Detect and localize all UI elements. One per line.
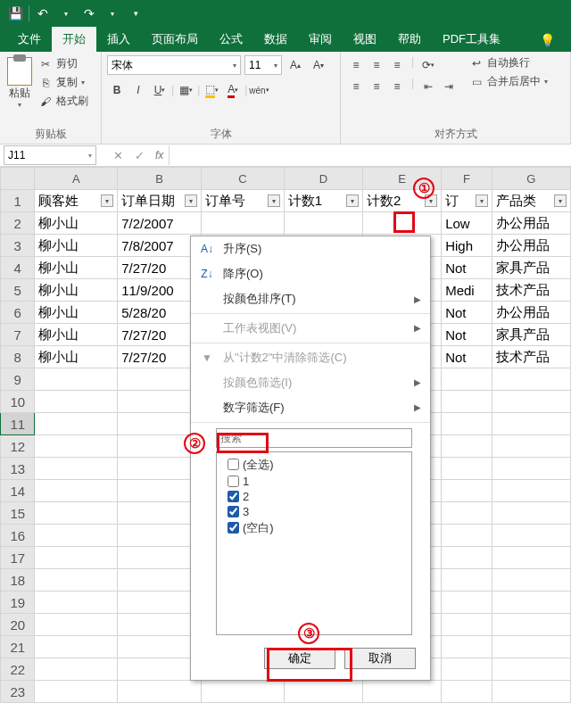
filter-button[interactable]: ▾ <box>346 194 359 207</box>
check-row-2[interactable]: 2 <box>220 489 408 504</box>
filter-button[interactable]: ▾ <box>268 194 280 207</box>
undo-more-icon[interactable]: ▾ <box>54 2 78 25</box>
cell[interactable]: 11/9/200 <box>118 279 202 302</box>
cell[interactable]: Not <box>442 324 492 346</box>
border-button[interactable]: ▦▾ <box>176 80 195 100</box>
row-header[interactable]: 19 <box>1 592 35 614</box>
tab-insert[interactable]: 插入 <box>96 27 141 52</box>
row-header[interactable]: 23 <box>1 681 35 703</box>
filter-button[interactable]: ▾ <box>476 194 488 207</box>
row-header[interactable]: 11 <box>1 413 35 435</box>
tab-review[interactable]: 审阅 <box>298 27 343 52</box>
check-row-1[interactable]: 1 <box>220 474 408 489</box>
check-all-row[interactable]: (全选) <box>220 456 408 474</box>
cell[interactable]: Medi <box>442 279 492 302</box>
merge-button[interactable]: ▭合并后居中▾ <box>469 74 548 89</box>
cell[interactable]: 订▾ <box>442 190 492 212</box>
sort-asc-item[interactable]: A↓升序(S) <box>191 236 430 261</box>
tab-data[interactable]: 数据 <box>253 27 298 52</box>
checkbox[interactable] <box>228 506 239 517</box>
align-top-button[interactable]: ≡ <box>346 55 366 75</box>
cell[interactable]: Not <box>442 346 492 368</box>
shrink-font-button[interactable]: A▾ <box>309 55 328 75</box>
italic-button[interactable]: I <box>128 80 148 100</box>
cell[interactable]: 7/27/20 <box>118 346 202 368</box>
tab-pdf[interactable]: PDF工具集 <box>432 27 511 52</box>
grow-font-button[interactable]: A▴ <box>286 55 305 75</box>
cell[interactable]: 5/28/20 <box>118 302 202 324</box>
align-left-button[interactable]: ≡ <box>346 77 366 96</box>
tell-me-icon[interactable]: 💡 <box>531 29 564 52</box>
cell[interactable]: 技术产品 <box>492 279 570 302</box>
redo-icon[interactable]: ↷ <box>78 2 101 25</box>
phonetic-button[interactable]: wén▾ <box>249 80 269 100</box>
cell[interactable]: 办公用品 <box>492 235 570 257</box>
row-header[interactable]: 10 <box>1 391 35 413</box>
cell[interactable]: 7/27/20 <box>118 324 202 346</box>
save-icon[interactable]: 💾 <box>4 2 27 25</box>
cell[interactable]: 柳小山 <box>35 257 118 279</box>
font-color-button[interactable]: A▾ <box>223 80 243 100</box>
row-header[interactable]: 7 <box>1 324 35 346</box>
undo-icon[interactable]: ↶ <box>31 2 54 25</box>
cancel-button[interactable]: 取消 <box>344 648 416 669</box>
orientation-button[interactable]: ⟳▾ <box>418 55 438 75</box>
row-header[interactable]: 3 <box>1 235 35 257</box>
checkbox[interactable] <box>228 491 239 502</box>
row-header[interactable]: 21 <box>1 636 35 658</box>
bold-button[interactable]: B <box>107 80 127 100</box>
row-header[interactable]: 8 <box>1 346 35 368</box>
cell[interactable]: 7/2/2007 <box>118 212 202 235</box>
cell[interactable]: 家具产品 <box>492 324 570 346</box>
sort-color-item[interactable]: 按颜色排序(T)▶ <box>191 286 430 311</box>
col-header-C[interactable]: C <box>202 168 285 190</box>
filter-button[interactable]: ▾ <box>101 194 113 207</box>
filter-button[interactable]: ▾ <box>185 194 197 207</box>
cell[interactable]: 柳小山 <box>35 324 118 346</box>
tab-view[interactable]: 视图 <box>343 27 387 52</box>
indent-dec-button[interactable]: ⇤ <box>418 77 438 96</box>
cut-button[interactable]: ✂剪切 <box>37 55 89 72</box>
tab-formula[interactable]: 公式 <box>209 27 253 52</box>
tab-file[interactable]: 文件 <box>7 27 52 52</box>
row-header[interactable]: 2 <box>1 212 35 235</box>
row-header[interactable]: 13 <box>1 458 35 480</box>
col-header-F[interactable]: F <box>442 168 492 190</box>
format-painter-button[interactable]: 🖌格式刷 <box>37 93 89 110</box>
col-header-A[interactable]: A <box>35 168 118 190</box>
row-header[interactable]: 12 <box>1 435 35 458</box>
row-header[interactable]: 9 <box>1 368 35 391</box>
sort-desc-item[interactable]: Z↓降序(O) <box>191 261 430 286</box>
cell[interactable]: Low <box>442 212 492 235</box>
align-center-button[interactable]: ≡ <box>367 77 386 96</box>
fill-color-button[interactable]: ⬚▾ <box>202 80 221 100</box>
indent-inc-button[interactable]: ⇥ <box>439 77 459 96</box>
row-header[interactable]: 17 <box>1 547 35 569</box>
cell[interactable]: 柳小山 <box>35 235 118 257</box>
check-row-3[interactable]: 3 <box>220 504 408 519</box>
cell[interactable]: 计数1▾ <box>284 190 362 212</box>
row-header[interactable]: 14 <box>1 480 35 502</box>
cell[interactable]: 技术产品 <box>492 346 570 368</box>
row-header[interactable]: 20 <box>1 614 35 636</box>
underline-button[interactable]: U▾ <box>150 80 170 100</box>
cell[interactable]: High <box>442 235 492 257</box>
cell[interactable]: 顾客姓▾ <box>35 190 118 212</box>
align-mid-button[interactable]: ≡ <box>367 55 386 75</box>
cell[interactable]: 柳小山 <box>35 302 118 324</box>
select-all-corner[interactable] <box>1 168 35 190</box>
qat-more-icon[interactable]: ▾ <box>124 2 147 25</box>
cell[interactable]: 柳小山 <box>35 212 118 235</box>
fx-icon[interactable]: fx <box>150 149 169 161</box>
row-header[interactable]: 18 <box>1 569 35 592</box>
row-header[interactable]: 15 <box>1 502 35 525</box>
font-name-combo[interactable]: 宋体▾ <box>107 55 241 75</box>
name-box[interactable]: J11▾ <box>4 145 96 165</box>
checkbox[interactable] <box>228 459 239 470</box>
filter-button[interactable]: ▾ <box>554 194 567 207</box>
cell[interactable]: 办公用品 <box>492 302 570 324</box>
cell[interactable]: 办公用品 <box>492 212 570 235</box>
cell[interactable]: 柳小山 <box>35 346 118 368</box>
redo-more-icon[interactable]: ▾ <box>101 2 124 25</box>
checkbox[interactable] <box>228 476 239 487</box>
